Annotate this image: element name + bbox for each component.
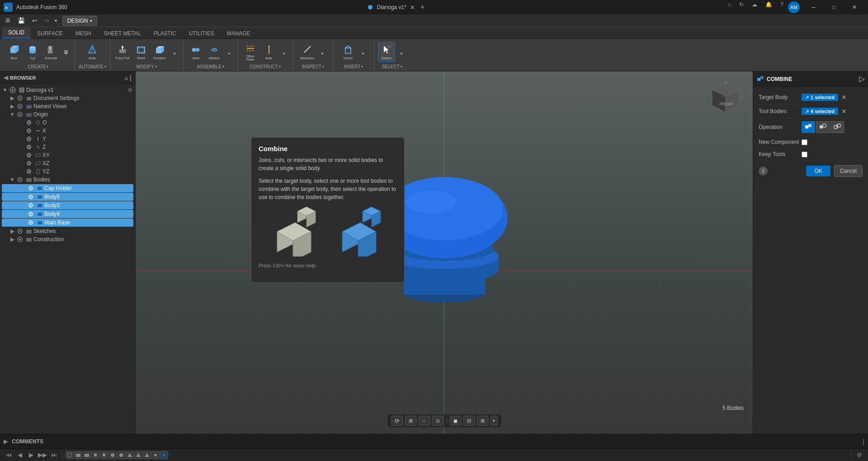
tree-item-body4[interactable]: Body4 bbox=[2, 210, 133, 218]
tl-mark-5[interactable] bbox=[100, 451, 108, 459]
construct-more-btn[interactable] bbox=[279, 42, 289, 62]
close-tab-btn[interactable]: ✕ bbox=[410, 4, 415, 11]
tab-manage[interactable]: MANAGE bbox=[221, 29, 257, 38]
tl-mark-8[interactable] bbox=[126, 451, 134, 459]
vp-more-btn[interactable]: ▾ bbox=[490, 416, 497, 426]
construct-offset-btn[interactable]: Offset Plane bbox=[242, 42, 259, 62]
tree-item-named-views[interactable]: ▶ Named Views bbox=[0, 102, 135, 110]
tl-mark-11[interactable] bbox=[151, 451, 160, 459]
assemble-joint-btn[interactable]: Joint bbox=[187, 42, 204, 62]
modify-press-pull-btn[interactable]: Press Pull bbox=[114, 42, 131, 62]
target-body-value[interactable]: ↗ 1 selected ✕ bbox=[802, 93, 863, 101]
save-btn[interactable]: 💾 bbox=[14, 15, 28, 26]
construct-axis-btn[interactable]: Axis bbox=[260, 42, 278, 62]
assemble-motion-btn[interactable]: Motion bbox=[206, 42, 223, 62]
insert-mesh-btn[interactable]: Insert bbox=[340, 42, 357, 62]
tree-item-bodies[interactable]: ▼ Bodies bbox=[0, 176, 135, 184]
create-extrude-btn[interactable]: Extrude bbox=[42, 42, 60, 62]
create-box-btn[interactable]: Box bbox=[5, 42, 23, 62]
modify-chamfer-btn[interactable]: Combine bbox=[151, 42, 168, 62]
tree-item-xy[interactable]: XY bbox=[0, 151, 135, 159]
viewport[interactable]: FRONT 5 Bodies ⟳ ⊞ ↔ ⊙ ◼ ⊟ ⊞ ▾ Combine J… bbox=[136, 71, 753, 434]
tree-item-o[interactable]: O bbox=[0, 119, 135, 127]
tab-mesh[interactable]: MESH bbox=[69, 29, 98, 38]
bell-btn[interactable]: 🔔 bbox=[762, 1, 776, 13]
assemble-more-btn[interactable] bbox=[224, 42, 234, 62]
tl-mark-6[interactable] bbox=[108, 451, 117, 459]
tl-mark-4[interactable] bbox=[91, 451, 99, 459]
keep-tools-checkbox[interactable] bbox=[802, 152, 807, 157]
tab-plastic[interactable]: PLASTIC bbox=[147, 29, 183, 38]
vp-orbit-btn[interactable]: ⟳ bbox=[391, 416, 403, 426]
tab-sheet-metal[interactable]: SHEET METAL bbox=[97, 29, 147, 38]
info-icon[interactable]: ℹ bbox=[759, 166, 768, 176]
inspect-more-btn[interactable] bbox=[317, 42, 327, 62]
browser-pin-btn[interactable]: | bbox=[130, 74, 132, 81]
tree-item-y[interactable]: Y bbox=[0, 135, 135, 143]
app-menu-btn[interactable]: ≡ bbox=[2, 14, 14, 27]
modify-shell-btn[interactable]: Shell bbox=[132, 42, 150, 62]
nav-cube[interactable]: FRONT bbox=[708, 81, 744, 117]
target-body-clear-btn[interactable]: ✕ bbox=[840, 93, 848, 101]
comments-expand-btn[interactable]: ▶ bbox=[4, 438, 8, 445]
tree-item-x[interactable]: X bbox=[0, 127, 135, 135]
tree-item-construction[interactable]: ▶ Construction bbox=[0, 235, 135, 243]
modify-more-btn[interactable] bbox=[170, 42, 179, 62]
select-more-btn[interactable] bbox=[396, 42, 406, 62]
tree-item-doc-settings[interactable]: ▶ Document Settings bbox=[0, 94, 135, 102]
comments-pin-btn[interactable]: | bbox=[863, 438, 864, 445]
design-dropdown[interactable]: DESIGN ▾ bbox=[62, 16, 97, 26]
ok-button[interactable]: OK bbox=[806, 166, 830, 176]
tree-item-root[interactable]: ▼ Dianoga v1 ⚙ bbox=[0, 86, 135, 94]
tool-bodies-value[interactable]: ↗ 4 selected ✕ bbox=[802, 107, 863, 115]
minimize-btn[interactable]: ─ bbox=[803, 0, 824, 14]
vp-zoom-btn[interactable]: ↔ bbox=[418, 416, 430, 426]
new-component-checkbox[interactable] bbox=[802, 139, 807, 145]
tl-next-btn[interactable]: ▶▶ bbox=[38, 451, 47, 460]
vp-snap-btn[interactable]: ⊞ bbox=[476, 416, 488, 426]
automate-btn[interactable]: Auto bbox=[84, 42, 101, 62]
tab-solid[interactable]: SOLID bbox=[2, 28, 31, 38]
op-join-btn[interactable] bbox=[802, 121, 815, 133]
tl-settings-btn[interactable]: ⚙ bbox=[854, 451, 864, 460]
tree-item-xz[interactable]: XZ bbox=[0, 159, 135, 167]
tl-mark-10[interactable] bbox=[143, 451, 151, 459]
new-tab-btn[interactable]: + bbox=[420, 3, 425, 11]
tl-mark-3[interactable] bbox=[83, 451, 91, 459]
redo-btn[interactable]: ↪ bbox=[41, 15, 53, 26]
tl-back-btn[interactable]: ⏮ bbox=[4, 451, 14, 460]
tl-prev-btn[interactable]: ◀ bbox=[15, 451, 25, 460]
help-btn[interactable]: ? bbox=[777, 1, 787, 13]
inspect-measure-btn[interactable]: Measure bbox=[299, 42, 316, 62]
settings-icon[interactable]: ⚙ bbox=[127, 87, 133, 93]
tree-item-body5[interactable]: Body5 bbox=[2, 193, 133, 201]
sync-btn[interactable]: ↻ bbox=[736, 1, 747, 13]
redo-dropdown-btn[interactable]: ▾ bbox=[53, 16, 59, 25]
tree-item-yz[interactable]: YZ bbox=[0, 167, 135, 176]
tree-item-z[interactable]: Z bbox=[0, 143, 135, 151]
close-btn[interactable]: ✕ bbox=[844, 0, 864, 14]
tl-mark-1[interactable] bbox=[66, 451, 74, 459]
op-intersect-btn[interactable] bbox=[830, 121, 844, 133]
tree-item-body3[interactable]: Body3 bbox=[2, 201, 133, 209]
tab-surface[interactable]: SURFACE bbox=[31, 29, 69, 38]
maximize-btn[interactable]: □ bbox=[824, 0, 844, 14]
vp-grid-btn[interactable]: ⊟ bbox=[463, 416, 475, 426]
home-btn[interactable]: ⌂ bbox=[724, 1, 735, 13]
user-avatar[interactable]: AM bbox=[788, 1, 800, 13]
tl-mark-2[interactable] bbox=[74, 451, 82, 459]
tree-item-origin[interactable]: ▼ Origin bbox=[0, 110, 135, 119]
browser-search-btn[interactable]: ⌕ bbox=[124, 74, 128, 81]
tree-item-sketches[interactable]: ▶ Sketches bbox=[0, 227, 135, 235]
insert-more-btn[interactable] bbox=[358, 42, 368, 62]
vp-display-btn[interactable]: ◼ bbox=[449, 416, 461, 426]
select-btn[interactable]: Select bbox=[378, 42, 395, 62]
tab-utilities[interactable]: UTILITIES bbox=[183, 29, 221, 38]
undo-btn[interactable]: ↩ bbox=[28, 15, 41, 26]
tl-end-btn[interactable]: ⏭ bbox=[49, 451, 59, 460]
create-cyl-btn[interactable]: Cyl bbox=[24, 42, 41, 62]
tl-play-btn[interactable]: ▶ bbox=[26, 451, 36, 460]
cancel-button[interactable]: Cancel bbox=[834, 165, 863, 177]
tree-item-main-base[interactable]: Main Base bbox=[2, 219, 133, 227]
tl-mark-9[interactable] bbox=[134, 451, 142, 459]
